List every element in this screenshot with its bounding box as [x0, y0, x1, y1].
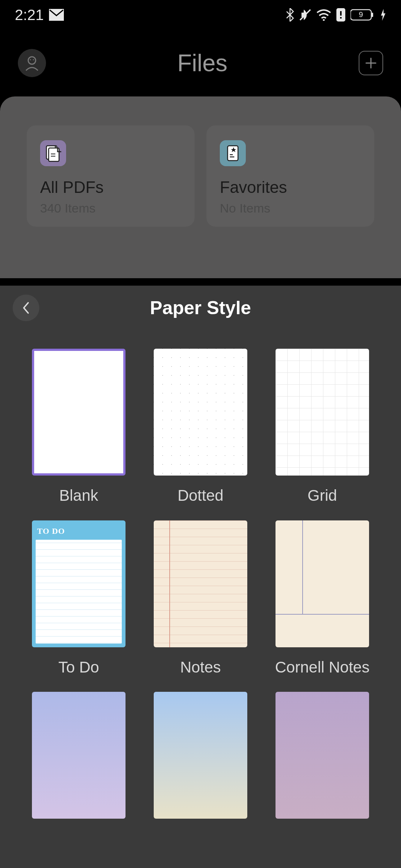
- gradient3-thumb: [276, 692, 369, 819]
- card-subtitle: No Items: [220, 201, 361, 216]
- add-button[interactable]: [359, 51, 383, 75]
- profile-avatar-button[interactable]: [18, 49, 46, 77]
- alert-icon: [336, 8, 346, 22]
- svg-rect-5: [340, 17, 342, 19]
- svg-point-9: [30, 59, 31, 60]
- svg-point-10: [33, 59, 34, 60]
- plus-icon: [365, 57, 377, 69]
- charging-icon: [380, 9, 386, 21]
- status-left: 2:21: [15, 7, 64, 23]
- status-time: 2:21: [15, 7, 44, 23]
- svg-point-2: [323, 19, 325, 21]
- thumb-label: Dotted: [177, 486, 224, 506]
- status-bar: 2:21 9: [0, 0, 401, 30]
- gradient1-thumb: [32, 692, 125, 819]
- cornell-thumb: [276, 520, 369, 647]
- mute-icon: [299, 8, 312, 22]
- battery-level: 9: [359, 10, 363, 19]
- svg-point-8: [28, 57, 36, 64]
- fav-icon-wrap: [220, 140, 246, 166]
- page-title: Files: [177, 49, 227, 77]
- svg-rect-17: [228, 146, 238, 161]
- thumb-label: To Do: [58, 658, 99, 677]
- card-title: Favorites: [220, 178, 361, 197]
- sheet-header: Paper Style: [0, 286, 401, 330]
- battery-icon: 9: [351, 9, 376, 21]
- thumb-label: Cornell Notes: [275, 658, 369, 677]
- svg-rect-7: [372, 13, 373, 17]
- sheet-title: Paper Style: [0, 297, 401, 319]
- grid-thumb: [276, 349, 369, 476]
- blank-thumb: [32, 349, 125, 476]
- wifi-icon: [316, 9, 331, 21]
- files-cards-area: All PDFs 340 Items Favorites No Items: [0, 96, 401, 278]
- paper-style-gradient-1[interactable]: [25, 692, 132, 829]
- thumb-label: Grid: [307, 486, 337, 506]
- paper-style-sheet: Paper Style Blank Dotted Grid TO DO To D…: [0, 286, 401, 868]
- paper-style-blank[interactable]: Blank: [25, 349, 132, 506]
- paper-style-gradient-3[interactable]: [269, 692, 376, 829]
- paper-style-grid: Blank Dotted Grid TO DO To Do Notes: [0, 330, 401, 829]
- card-title: All PDFs: [40, 178, 181, 197]
- card-subtitle: 340 Items: [40, 201, 181, 216]
- gradient2-thumb: [154, 692, 247, 819]
- thumb-label: Notes: [180, 658, 221, 677]
- paper-style-cornell[interactable]: Cornell Notes: [269, 520, 376, 677]
- favorites-card[interactable]: Favorites No Items: [206, 125, 374, 227]
- svg-rect-4: [340, 11, 342, 16]
- status-right: 9: [286, 8, 386, 22]
- paper-style-grid-option[interactable]: Grid: [269, 349, 376, 506]
- todo-thumb: TO DO: [32, 520, 125, 647]
- back-button[interactable]: [13, 295, 39, 321]
- todo-header-text: TO DO: [36, 524, 122, 540]
- paper-style-todo[interactable]: TO DO To Do: [25, 520, 132, 677]
- pdf-stack-icon: [45, 144, 61, 162]
- bluetooth-icon: [286, 8, 294, 22]
- all-pdfs-card[interactable]: All PDFs 340 Items: [27, 125, 195, 227]
- chevron-left-icon: [21, 301, 31, 315]
- dotted-thumb: [154, 349, 247, 476]
- paper-style-dotted[interactable]: Dotted: [147, 349, 254, 506]
- notes-thumb: [154, 520, 247, 647]
- paper-style-notes[interactable]: Notes: [147, 520, 254, 677]
- paper-style-gradient-2[interactable]: [147, 692, 254, 829]
- mail-icon: [49, 9, 64, 21]
- avatar-icon: [23, 54, 41, 72]
- thumb-label: Blank: [59, 486, 98, 506]
- pdf-icon-wrap: [40, 140, 66, 166]
- app-header: Files: [0, 30, 401, 96]
- todo-body: [36, 540, 122, 644]
- favorite-doc-icon: [225, 144, 240, 162]
